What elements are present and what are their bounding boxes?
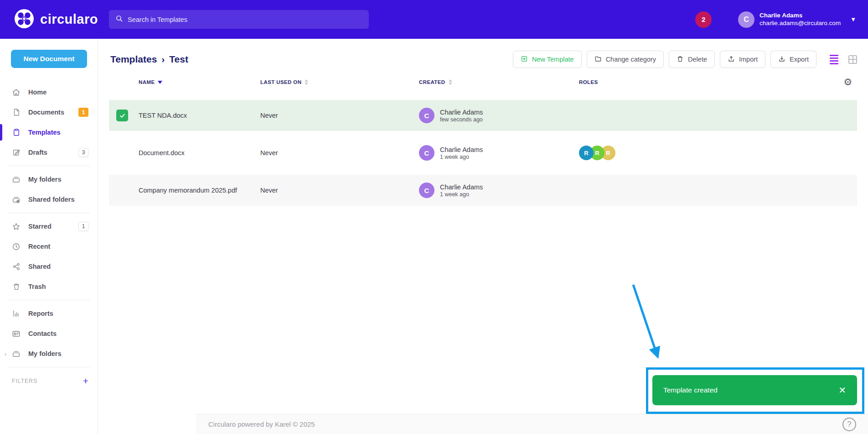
- trash-icon: [677, 55, 684, 64]
- table-row[interactable]: Document.docx Never C Charlie Adams 1 we…: [109, 137, 857, 168]
- active-indicator: [0, 124, 2, 141]
- list-view-icon[interactable]: [830, 55, 838, 64]
- change-category-label: Change category: [606, 56, 656, 63]
- sidebar-item-reports[interactable]: Reports: [0, 303, 98, 324]
- row-checkbox-checked[interactable]: [116, 110, 128, 121]
- template-name[interactable]: Document.docx: [139, 149, 260, 157]
- notification-badge[interactable]: 2: [695, 11, 712, 28]
- search-input[interactable]: [128, 16, 362, 23]
- contact-card-icon: [12, 329, 21, 338]
- sidebar-item-shared[interactable]: Shared: [0, 256, 98, 277]
- sidebar-item-label: Shared: [28, 263, 51, 270]
- sidebar-item-label: My folders: [28, 350, 62, 357]
- new-document-button[interactable]: New Document: [11, 50, 87, 68]
- export-label: Export: [790, 56, 809, 63]
- created-cell: C Charlie Adams 1 week ago: [419, 145, 579, 161]
- created-time: 1 week ago: [440, 191, 483, 198]
- breadcrumb-templates[interactable]: Templates: [110, 54, 157, 65]
- sidebar-item-documents[interactable]: Documents 1: [0, 102, 98, 122]
- table-header-row: NAME LAST USED ON CREATED ROLES ⚙: [109, 71, 857, 94]
- sidebar-divider: [7, 166, 90, 166]
- templates-table: NAME LAST USED ON CREATED ROLES ⚙: [109, 71, 857, 206]
- sidebar-item-trash[interactable]: Trash: [0, 277, 98, 297]
- search-bar[interactable]: [109, 10, 369, 29]
- sidebar-divider: [7, 300, 90, 300]
- sidebar: New Document Home Documents 1: [0, 39, 98, 434]
- sidebar-item-label: Reports: [28, 310, 53, 317]
- sidebar-item-label: Templates: [28, 129, 61, 136]
- annotation-highlight-box: Template created ✕: [646, 367, 864, 414]
- delete-button[interactable]: Delete: [669, 51, 715, 68]
- import-label: Import: [739, 56, 758, 63]
- footer-text: Circularo powered by Karel © 2025: [208, 420, 315, 428]
- sort-icon: [305, 79, 308, 85]
- toast-success: Template created ✕: [652, 375, 857, 405]
- template-name[interactable]: TEST NDA.docx: [139, 112, 260, 119]
- plus-square-icon: [521, 55, 528, 64]
- sidebar-item-templates[interactable]: Templates: [0, 122, 98, 142]
- sidebar-item-shared-folders[interactable]: Shared folders: [0, 189, 98, 209]
- column-header-created[interactable]: CREATED: [419, 79, 579, 85]
- add-filter-button[interactable]: +: [83, 376, 88, 386]
- role-badge[interactable]: R: [579, 146, 594, 160]
- folder-icon: [594, 55, 602, 64]
- creator-avatar: C: [419, 183, 434, 198]
- sidebar-item-drafts[interactable]: Drafts 3: [0, 142, 98, 162]
- folder-icon: [12, 175, 21, 184]
- table-row[interactable]: Company memorandum 2025.pdf Never C Char…: [109, 175, 857, 206]
- sidebar-item-label: Contacts: [28, 330, 57, 337]
- sidebar-item-recent[interactable]: Recent: [0, 236, 98, 256]
- star-icon: [12, 222, 21, 231]
- sidebar-divider: [7, 213, 90, 213]
- home-icon: [12, 88, 21, 97]
- user-avatar: C: [738, 11, 754, 28]
- export-button[interactable]: Export: [770, 51, 816, 68]
- help-icon[interactable]: ?: [842, 418, 856, 431]
- template-name[interactable]: Company memorandum 2025.pdf: [139, 187, 260, 194]
- filters-section: FILTERS +: [0, 371, 98, 386]
- share-icon: [12, 262, 21, 271]
- starred-count-badge: 1: [78, 222, 88, 231]
- template-icon: [12, 128, 21, 137]
- user-email: charlie.adams@circularo.com: [760, 20, 841, 27]
- sidebar-item-contacts[interactable]: Contacts: [0, 324, 98, 344]
- grid-view-icon[interactable]: [848, 55, 857, 64]
- new-template-button[interactable]: New Template: [513, 51, 582, 68]
- created-time: few seconds ago: [440, 116, 483, 123]
- sidebar-item-my-folders-tree[interactable]: › My folders: [0, 344, 98, 364]
- import-button[interactable]: Import: [720, 51, 765, 68]
- view-toggle: [830, 55, 857, 64]
- breadcrumb-current: Test: [169, 54, 188, 65]
- change-category-button[interactable]: Change category: [587, 51, 664, 68]
- sidebar-item-label: Trash: [28, 283, 46, 290]
- circularo-logo-icon: [14, 8, 35, 31]
- chevron-right-icon[interactable]: ›: [5, 350, 6, 357]
- table-settings-gear-icon[interactable]: ⚙: [839, 77, 857, 88]
- table-row[interactable]: TEST NDA.docx Never C Charlie Adams few …: [109, 100, 857, 131]
- creator-name: Charlie Adams: [440, 146, 483, 154]
- bar-chart-icon: [12, 309, 21, 318]
- created-cell: C Charlie Adams 1 week ago: [419, 183, 579, 198]
- download-icon: [778, 55, 785, 64]
- sidebar-item-starred[interactable]: Starred 1: [0, 216, 98, 236]
- breadcrumb-separator: ›: [161, 54, 165, 65]
- sidebar-item-label: Starred: [28, 223, 52, 230]
- sidebar-item-my-folders[interactable]: My folders: [0, 169, 98, 189]
- column-header-name[interactable]: NAME: [139, 79, 260, 85]
- roles-cell: R R R: [579, 146, 839, 160]
- column-header-last-used[interactable]: LAST USED ON: [260, 79, 419, 85]
- user-menu[interactable]: C Charlie Adams charlie.adams@circularo.…: [738, 11, 856, 28]
- column-header-roles: ROLES: [579, 79, 839, 85]
- documents-count-badge: 1: [78, 108, 88, 117]
- toast-close-icon[interactable]: ✕: [838, 385, 846, 396]
- brand-name: circularo: [40, 12, 98, 27]
- user-info: Charlie Adams charlie.adams@circularo.co…: [760, 12, 841, 27]
- sidebar-item-home[interactable]: Home: [0, 82, 98, 102]
- brand[interactable]: circularo: [0, 8, 109, 31]
- search-icon: [115, 15, 123, 24]
- sidebar-item-label: Documents: [28, 109, 64, 116]
- user-menu-caret-icon: ▼: [850, 16, 856, 23]
- last-used-value: Never: [260, 187, 419, 194]
- shared-folder-icon: [12, 195, 21, 204]
- sidebar-item-label: My folders: [28, 176, 62, 183]
